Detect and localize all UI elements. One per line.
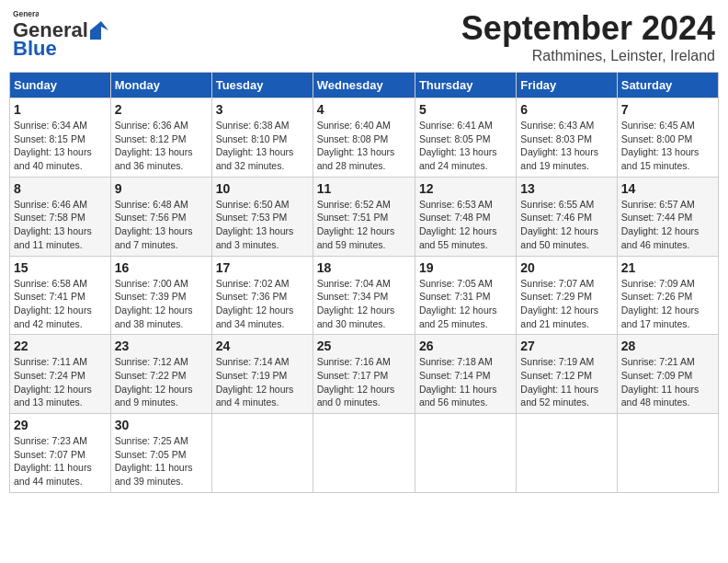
table-row: 20Sunrise: 7:07 AMSunset: 7:29 PMDayligh… [517, 256, 617, 335]
table-row: 5Sunrise: 6:41 AMSunset: 8:05 PMDaylight… [415, 98, 516, 178]
table-row: 14Sunrise: 6:57 AMSunset: 7:44 PMDayligh… [617, 177, 718, 256]
table-row: 9Sunrise: 6:48 AMSunset: 7:56 PMDaylight… [110, 177, 211, 256]
table-row: 28Sunrise: 7:21 AMSunset: 7:09 PMDayligh… [617, 335, 718, 414]
col-tuesday: Tuesday [211, 73, 313, 98]
col-sunday: Sunday [10, 73, 111, 98]
logo-blue: Blue [13, 37, 57, 61]
table-row: 10Sunrise: 6:50 AMSunset: 7:53 PMDayligh… [211, 177, 313, 256]
table-row: 19Sunrise: 7:05 AMSunset: 7:31 PMDayligh… [415, 256, 516, 335]
title-section: September 2024 Rathmines, Leinster, Irel… [461, 9, 715, 64]
svg-marker-1 [90, 21, 108, 40]
col-wednesday: Wednesday [313, 73, 415, 98]
logo: General General Blue [13, 9, 108, 61]
col-thursday: Thursday [415, 73, 516, 98]
table-row: 27Sunrise: 7:19 AMSunset: 7:12 PMDayligh… [517, 335, 617, 414]
table-row: 2Sunrise: 6:36 AMSunset: 8:12 PMDaylight… [110, 98, 211, 178]
logo-arrow-icon [90, 21, 108, 40]
table-row: 12Sunrise: 6:53 AMSunset: 7:48 PMDayligh… [415, 177, 516, 256]
col-friday: Friday [517, 73, 617, 98]
month-title: September 2024 [461, 9, 715, 48]
table-row [617, 414, 718, 493]
table-row: 24Sunrise: 7:14 AMSunset: 7:19 PMDayligh… [211, 335, 313, 414]
table-row: 11Sunrise: 6:52 AMSunset: 7:51 PMDayligh… [313, 177, 415, 256]
table-row: 29Sunrise: 7:23 AMSunset: 7:07 PMDayligh… [10, 414, 111, 493]
table-row: 7Sunrise: 6:45 AMSunset: 8:00 PMDaylight… [617, 98, 718, 178]
table-row [415, 414, 516, 493]
table-row: 1Sunrise: 6:34 AMSunset: 8:15 PMDaylight… [10, 98, 111, 178]
table-row: 13Sunrise: 6:55 AMSunset: 7:46 PMDayligh… [517, 177, 617, 256]
table-row: 23Sunrise: 7:12 AMSunset: 7:22 PMDayligh… [110, 335, 211, 414]
table-row [517, 414, 617, 493]
table-row: 4Sunrise: 6:40 AMSunset: 8:08 PMDaylight… [313, 98, 415, 178]
svg-text:General: General [13, 9, 39, 18]
table-row: 18Sunrise: 7:04 AMSunset: 7:34 PMDayligh… [313, 256, 415, 335]
table-row: 22Sunrise: 7:11 AMSunset: 7:24 PMDayligh… [10, 335, 111, 414]
col-saturday: Saturday [617, 73, 718, 98]
table-row [211, 414, 313, 493]
table-row: 30Sunrise: 7:25 AMSunset: 7:05 PMDayligh… [110, 414, 211, 493]
header-row: Sunday Monday Tuesday Wednesday Thursday… [10, 73, 719, 98]
table-row [313, 414, 415, 493]
table-row: 17Sunrise: 7:02 AMSunset: 7:36 PMDayligh… [211, 256, 313, 335]
col-monday: Monday [110, 73, 211, 98]
table-row: 15Sunrise: 6:58 AMSunset: 7:41 PMDayligh… [10, 256, 111, 335]
table-row: 26Sunrise: 7:18 AMSunset: 7:14 PMDayligh… [415, 335, 516, 414]
table-row: 3Sunrise: 6:38 AMSunset: 8:10 PMDaylight… [211, 98, 313, 178]
table-row: 8Sunrise: 6:46 AMSunset: 7:58 PMDaylight… [10, 177, 111, 256]
calendar-table: Sunday Monday Tuesday Wednesday Thursday… [9, 72, 719, 493]
table-row: 21Sunrise: 7:09 AMSunset: 7:26 PMDayligh… [617, 256, 718, 335]
table-row: 6Sunrise: 6:43 AMSunset: 8:03 PMDaylight… [517, 98, 617, 178]
location-subtitle: Rathmines, Leinster, Ireland [461, 48, 715, 64]
table-row: 25Sunrise: 7:16 AMSunset: 7:17 PMDayligh… [313, 335, 415, 414]
header: General General Blue September 2024 Rath… [9, 9, 719, 64]
table-row: 16Sunrise: 7:00 AMSunset: 7:39 PMDayligh… [110, 256, 211, 335]
